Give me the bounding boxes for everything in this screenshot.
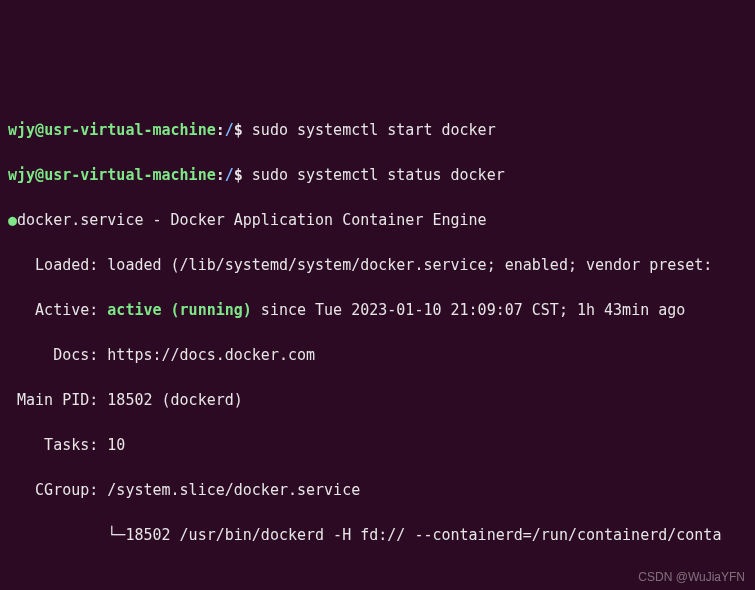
prompt-line-1: wjy@usr-virtual-machine:/$ sudo systemct… <box>8 119 747 142</box>
prompt-user: wjy <box>8 166 35 184</box>
prompt-path: / <box>225 166 234 184</box>
prompt-sep: $ <box>234 121 243 139</box>
prompt-host: usr-virtual-machine <box>44 166 216 184</box>
tasks-label: Tasks: <box>8 436 107 454</box>
tasks-line: Tasks: 10 <box>8 434 747 457</box>
service-header: ●docker.service - Docker Application Con… <box>8 209 747 232</box>
cgroup-label: CGroup: <box>8 481 107 499</box>
mainpid-value: 18502 (dockerd) <box>107 391 242 409</box>
blank-line <box>8 569 747 591</box>
tasks-value: 10 <box>107 436 125 454</box>
prompt-host: usr-virtual-machine <box>44 121 216 139</box>
prompt-line-2: wjy@usr-virtual-machine:/$ sudo systemct… <box>8 164 747 187</box>
loaded-line: Loaded: loaded (/lib/systemd/system/dock… <box>8 254 747 277</box>
docs-line: Docs: https://docs.docker.com <box>8 344 747 367</box>
loaded-label: Loaded: <box>8 256 107 274</box>
command-start: sudo systemctl start docker <box>252 121 496 139</box>
cgroup-tree: └─18502 /usr/bin/dockerd -H fd:// --cont… <box>8 526 721 544</box>
docs-value: https://docs.docker.com <box>107 346 315 364</box>
cgroup-tree-line: └─18502 /usr/bin/dockerd -H fd:// --cont… <box>8 524 747 547</box>
prompt-colon: : <box>216 121 225 139</box>
active-since: since Tue 2023-01-10 21:09:07 CST; 1h 43… <box>252 301 685 319</box>
terminal-output[interactable]: wjy@usr-virtual-machine:/$ sudo systemct… <box>8 96 747 590</box>
mainpid-label: Main PID: <box>8 391 107 409</box>
command-status: sudo systemctl status docker <box>252 166 505 184</box>
prompt-sep: $ <box>234 166 243 184</box>
mainpid-line: Main PID: 18502 (dockerd) <box>8 389 747 412</box>
prompt-at: @ <box>35 121 44 139</box>
active-line: Active: active (running) since Tue 2023-… <box>8 299 747 322</box>
status-dot-icon: ● <box>8 211 17 229</box>
prompt-at: @ <box>35 166 44 184</box>
loaded-value: loaded (/lib/systemd/system/docker.servi… <box>107 256 712 274</box>
prompt-colon: : <box>216 166 225 184</box>
service-name: docker.service - Docker Application Cont… <box>17 211 487 229</box>
cgroup-value: /system.slice/docker.service <box>107 481 360 499</box>
cgroup-line: CGroup: /system.slice/docker.service <box>8 479 747 502</box>
active-value: active (running) <box>107 301 252 319</box>
active-label: Active: <box>8 301 107 319</box>
prompt-user: wjy <box>8 121 35 139</box>
docs-label: Docs: <box>8 346 107 364</box>
prompt-path: / <box>225 121 234 139</box>
watermark: CSDN @WuJiaYFN <box>638 568 745 586</box>
